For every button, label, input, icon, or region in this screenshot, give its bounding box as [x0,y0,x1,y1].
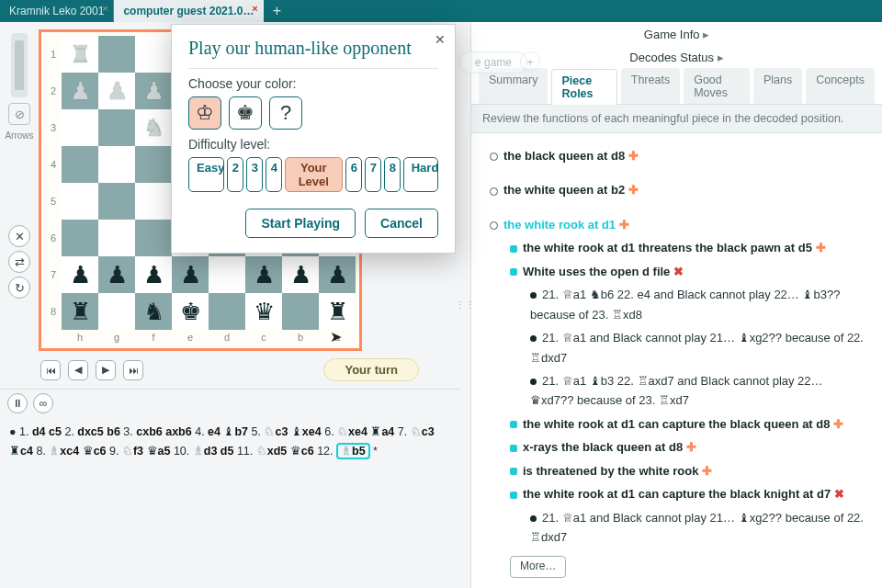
rank-label: 6 [45,220,62,256]
file-label: c [245,330,282,345]
more-button[interactable]: More… [510,556,566,578]
practice-chip[interactable]: e game [459,51,527,74]
color-white-button[interactable]: ♔ [188,96,221,130]
pgn-engine-button[interactable]: ∞ [33,393,53,413]
role-xray-d8[interactable]: x-rays the black queen at d8 [523,440,683,454]
tool-reset-icon[interactable]: ↻ [8,277,30,299]
difficulty-8[interactable]: 8 [384,157,401,192]
new-tab-button[interactable]: + [264,0,289,22]
tab-kramnik[interactable]: Kramnik Leko 2001 × [0,0,114,22]
role-white-queen-b2[interactable]: the white queen at b2 [503,183,625,197]
tab-good-moves[interactable]: Good Moves [684,68,750,104]
square[interactable]: ♟ [62,256,98,293]
nav-prev-button[interactable]: ◀ [68,360,88,380]
square[interactable]: ♟ [98,73,135,109]
square[interactable]: ♛ [245,293,282,330]
square[interactable] [98,109,135,146]
role-black-queen-d8[interactable]: the black queen at d8 [503,149,625,163]
square[interactable]: ♚ [172,293,209,330]
nav-next-button[interactable]: ▶ [96,360,116,380]
difficulty-2[interactable]: 2 [227,157,243,192]
nav-last-button[interactable]: ⏭ [123,360,143,380]
color-black-button[interactable]: ♚ [229,96,262,130]
square[interactable] [98,220,135,256]
square[interactable]: ♟ [135,256,172,293]
square[interactable]: ♟ [172,256,209,293]
role-open-d-file[interactable]: White uses the open d file [523,265,670,278]
tab-label: Kramnik Leko 2001 [9,5,104,17]
color-random-button[interactable]: ? [269,96,302,130]
difficulty-7[interactable]: 7 [365,157,381,192]
difficulty-easy[interactable]: Easy [188,157,224,192]
difficulty-6[interactable]: 6 [345,157,362,192]
square[interactable] [62,109,98,146]
tab-computer-guest[interactable]: computer guest 2021.0… × [114,0,264,22]
tab-concepts[interactable]: Concepts [806,68,875,104]
square[interactable] [98,146,135,183]
square[interactable]: ♞ [135,109,172,146]
close-icon[interactable]: × [98,2,111,15]
difficulty-4[interactable]: 4 [266,157,282,192]
square[interactable]: ♜ [319,293,356,330]
piece-icon: ♟ [180,261,201,288]
move-list[interactable]: ● 1. d4 c5 2. dxc5 b6 3. cxb6 axb6 4. e4… [0,417,459,588]
square[interactable]: ♟ [62,73,98,109]
square[interactable]: ♜ [62,293,98,330]
piece-icon: ♚ [180,298,201,325]
tab-threats[interactable]: Threats [621,68,680,104]
arrows-toggle[interactable]: ⊘ [8,103,30,125]
variation-line[interactable]: 21. ♕a1 and Black cannot play 21… ♝xg2??… [530,331,864,364]
square[interactable] [62,183,98,220]
variation-line[interactable]: 21. ♕a1 ♞b6 22. e4 and Black cannot play… [530,288,840,321]
cancel-button[interactable]: Cancel [365,209,438,238]
file-label: h [62,330,98,345]
eval-slider[interactable] [11,33,28,97]
square[interactable] [209,256,245,293]
game-info-link[interactable]: Game Info ▸ [471,22,882,45]
square[interactable]: ♞ [135,293,172,330]
square[interactable]: ♟ [98,256,135,293]
difficulty-hard[interactable]: Hard [403,157,438,192]
tab-piece-roles[interactable]: Piece Roles [551,69,616,105]
square[interactable] [135,146,172,183]
close-icon[interactable]: ✕ [435,32,446,47]
square[interactable]: ♜ [62,36,98,73]
square[interactable] [62,146,98,183]
square[interactable]: ♟ [282,256,319,293]
square[interactable]: ♟ [135,73,172,109]
role-threatened[interactable]: is threatened by the white rook [523,464,698,478]
difficulty-label: Difficulty level: [188,137,438,152]
split-handle[interactable]: ⋮⋮ [459,22,470,588]
square[interactable] [209,293,245,330]
variation-line[interactable]: 21. ♕a1 and Black cannot play 21… ♝xg2??… [530,511,864,544]
role-white-rook-d1[interactable]: the white rook at d1 [503,218,616,232]
square[interactable]: ♟ [245,256,282,293]
close-icon[interactable]: × [248,2,261,15]
tool-flip-icon[interactable]: ⇄ [8,251,30,273]
square[interactable] [135,36,172,73]
square[interactable] [282,293,319,330]
tool-swap-icon[interactable]: ✕ [8,225,30,247]
pgn-pause-button[interactable]: ⏸ [7,393,28,413]
square[interactable] [135,183,172,220]
nav-first-button[interactable]: ⏮ [40,360,61,380]
play-opponent-dialog: ✕ Play our human-like opponent Choose yo… [171,24,456,254]
variation-line[interactable]: 21. ♕a1 ♝b3 22. ♖axd7 and Black cannot p… [530,374,823,407]
piece-roles-tree[interactable]: the black queen at d8 ✚ the white queen … [471,133,882,588]
right-panel: Game Info ▸ Decodes Status ▸ SummaryPiec… [470,22,882,588]
tab-plans[interactable]: Plans [753,68,802,104]
square[interactable] [98,183,135,220]
square[interactable] [98,36,135,73]
role-capture-queen-d8[interactable]: the white rook at d1 can capture the bla… [523,417,830,431]
square[interactable] [62,220,98,256]
start-playing-button[interactable]: Start Playing [245,209,356,238]
square[interactable] [135,220,172,256]
square[interactable] [98,293,135,330]
rank-label: 5 [45,183,62,220]
add-chip-button[interactable]: + [520,51,540,72]
difficulty-your-level[interactable]: Your Level [285,157,343,192]
difficulty-3[interactable]: 3 [246,157,263,192]
square[interactable]: ♟ [319,256,356,293]
role-threatens-d5[interactable]: the white rook at d1 threatens the black… [523,241,812,254]
role-capture-knight-d7[interactable]: the white rook at d1 can capture the bla… [523,487,831,501]
